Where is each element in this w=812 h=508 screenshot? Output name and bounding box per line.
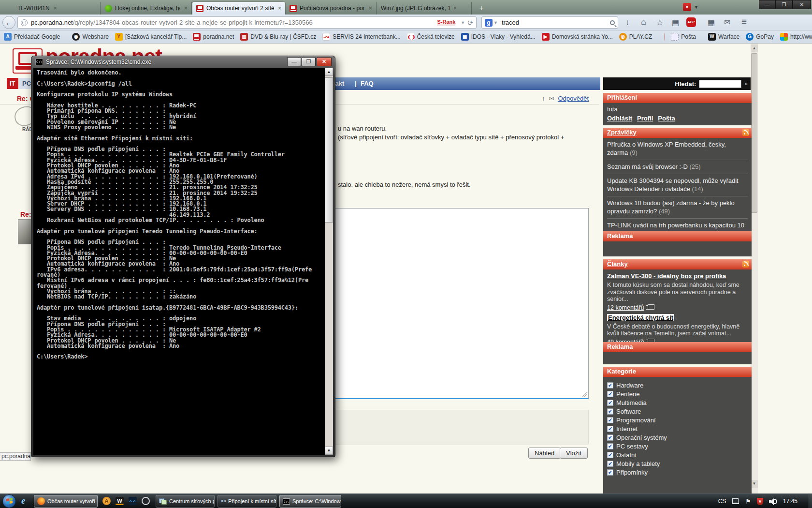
scroll-top-icon[interactable]: ↑ <box>542 95 545 102</box>
checkbox-checked[interactable]: ✔ <box>607 417 613 423</box>
start-button[interactable] <box>2 494 16 508</box>
srank-badge[interactable]: S-Rank <box>437 19 455 26</box>
search-magnifier-icon[interactable] <box>610 20 615 25</box>
logout-link[interactable]: Odhlásit <box>607 115 632 122</box>
rss-icon[interactable] <box>742 261 749 268</box>
category-row[interactable]: ✔Internet <box>607 425 748 433</box>
scrollbar-thumb[interactable] <box>751 53 757 213</box>
category-row[interactable]: ✔Operační systémy <box>607 433 748 441</box>
resize-grip-icon[interactable] <box>582 392 587 397</box>
warface-app-icon[interactable]: W <box>116 497 124 505</box>
news-item[interactable]: Update KB 3004394 se nepovedl, může vyřa… <box>607 174 748 196</box>
bookmark-item[interactable]: ▦ IDOS - Vlaky - Vyhledá... <box>461 33 536 41</box>
taskbar-firefox-button[interactable]: Občas router vytvoří ... <box>34 495 98 508</box>
tab-close-icon[interactable]: × <box>54 5 57 12</box>
adblock-icon[interactable]: ABP <box>686 17 696 27</box>
taskbar-network-center-button[interactable]: Centrum síťových př... <box>156 495 215 508</box>
bookmark-item[interactable]: •24 SERVIS 24 Internetbank... <box>322 33 401 41</box>
checkbox-checked[interactable]: ✔ <box>607 461 613 467</box>
language-indicator[interactable]: CS <box>718 498 726 505</box>
action-center-flag-icon[interactable]: ⚑ <box>745 498 751 505</box>
scroll-down-icon[interactable]: ▼ <box>325 447 333 455</box>
site-search-submit[interactable]: » <box>744 80 748 87</box>
addon-badge-icon[interactable]: ● <box>683 3 691 11</box>
menu-hamburger-icon[interactable]: ≡ <box>741 16 747 27</box>
taskbar-lan-button[interactable]: ⚯ Připojení k místní síti... <box>218 495 276 508</box>
bookmark-item[interactable]: G GoPay <box>746 33 774 41</box>
mail-compose-icon[interactable]: ✉ <box>724 18 730 27</box>
mail-link[interactable]: Pošta <box>658 115 675 122</box>
checkbox-checked[interactable]: ✔ <box>607 452 613 458</box>
category-row[interactable]: ✔Hardware <box>607 381 748 389</box>
home-icon[interactable]: ⌂ <box>641 17 646 27</box>
window-minimize-button[interactable]: — <box>759 0 775 9</box>
search-input[interactable] <box>502 19 610 26</box>
submit-button[interactable]: Vložit <box>560 448 588 459</box>
network-app-icon[interactable]: ⁙⁙ <box>129 497 137 505</box>
tab-pocitacova-poradna[interactable]: Počítačová poradna - pora... × <box>286 2 377 15</box>
site-tab-it[interactable]: IT <box>7 78 18 89</box>
bookmark-item[interactable]: A Překladač Google <box>4 33 60 41</box>
cmd-maximize-button[interactable]: ❐ <box>302 57 316 66</box>
tab-obcas-router-active[interactable]: Občas router vytvoří 2 sítě ... × <box>192 2 285 15</box>
category-row[interactable]: ✔Multimedia <box>607 399 748 406</box>
show-desktop-button[interactable] <box>809 494 812 508</box>
checkbox-checked[interactable]: ✔ <box>607 443 613 449</box>
checkbox-checked[interactable]: ✔ <box>607 434 613 441</box>
bookmarks-panel-icon[interactable]: ▤ <box>672 18 679 27</box>
nav-item-faq[interactable]: FAQ <box>361 80 374 87</box>
reader-book-icon[interactable]: ▦ <box>708 18 715 27</box>
tab-close-icon[interactable]: × <box>184 5 188 12</box>
cmd-close-button[interactable]: ✕ <box>317 57 332 66</box>
news-item[interactable]: Windows 10 budou (asi) zdarma - že by pe… <box>607 196 748 219</box>
back-button[interactable]: ← <box>2 16 15 29</box>
bookmark-item[interactable]: ❨❩ Česká televize <box>407 33 455 41</box>
scroll-up-icon[interactable]: ▲ <box>751 45 758 52</box>
category-row[interactable]: ✔Připomínky <box>607 468 748 476</box>
checkbox-checked[interactable]: ✔ <box>607 426 613 432</box>
preview-button[interactable]: Náhled <box>528 448 561 459</box>
bookmark-item[interactable]: ▥ DVD & Blu-ray | ČSFD.cz <box>240 33 316 41</box>
scroll-up-icon[interactable]: ▲ <box>325 68 333 76</box>
window-close-button[interactable]: ✕ <box>793 0 811 9</box>
category-row[interactable]: ✔Periferie <box>607 390 748 398</box>
scrollbar-thumb[interactable] <box>325 77 333 223</box>
checkbox-checked[interactable]: ✔ <box>607 400 613 406</box>
search-bar[interactable]: g ▼ <box>481 16 618 29</box>
downloads-icon[interactable]: ↓ <box>625 18 629 27</box>
category-row[interactable]: ✔PC sestavy <box>607 442 748 450</box>
tray-app-orange-icon[interactable]: A <box>102 497 111 505</box>
tab-win7-jpg[interactable]: Win7.jpg (JPEG obrázek, 1400 ×... × <box>377 2 472 15</box>
tab-hokej-online[interactable]: Hokej online, Extraliga, hok... × <box>101 2 192 15</box>
volume-icon[interactable] <box>769 498 777 505</box>
bookmark-item[interactable]: Pošta <box>671 33 696 41</box>
page-scrollbar[interactable]: ▲ ▼ <box>751 44 758 493</box>
bookmark-item[interactable]: http://www.windowsp... <box>780 33 812 41</box>
checkbox-checked[interactable]: ✔ <box>607 382 613 388</box>
article-comments-link[interactable]: 12 komentářů <box>607 304 644 311</box>
tab-close-icon[interactable]: × <box>369 5 372 12</box>
cmd-minimize-button[interactable]: — <box>287 57 301 66</box>
bookmark-item[interactable]: ▶ Domovská stránka Yo... <box>542 33 613 41</box>
bookmark-item[interactable]: ◎ PLAY.CZ <box>619 33 652 41</box>
checkbox-checked[interactable]: ✔ <box>607 391 613 397</box>
cmd-window[interactable]: C:\ Správce: C:\Windows\system32\cmd.exe… <box>31 56 335 457</box>
clock[interactable]: 17:45 <box>783 498 798 505</box>
reply-link[interactable]: Odpovědět <box>558 95 589 102</box>
category-row[interactable]: ✔Software <box>607 407 748 415</box>
category-row[interactable]: ✔Mobily a tablety <box>607 460 748 467</box>
window-restore-button[interactable]: ❐ <box>775 0 793 9</box>
bookmark-star-icon[interactable]: ☆ <box>656 18 663 27</box>
site-search-input[interactable] <box>699 80 741 88</box>
envelope-icon[interactable]: ✉ <box>549 95 554 102</box>
profile-link[interactable]: Profil <box>637 115 653 122</box>
news-box-title[interactable]: Zprávičky <box>603 128 752 138</box>
network-tray-icon[interactable] <box>732 498 740 504</box>
internet-explorer-icon[interactable]: e <box>21 495 25 506</box>
category-row[interactable]: ✔Ostatní <box>607 451 748 459</box>
circle-bookmark-icon[interactable] <box>664 33 665 41</box>
antivirus-shield-icon[interactable]: V <box>757 498 763 505</box>
taskbar-cmd-button[interactable]: C:\ Správce: C:\Window... <box>279 495 341 508</box>
cmd-console[interactable]: Trasování bylo dokončeno. C:\Users\Radek… <box>33 68 333 455</box>
engine-dropdown-icon[interactable]: ▼ <box>493 20 498 25</box>
